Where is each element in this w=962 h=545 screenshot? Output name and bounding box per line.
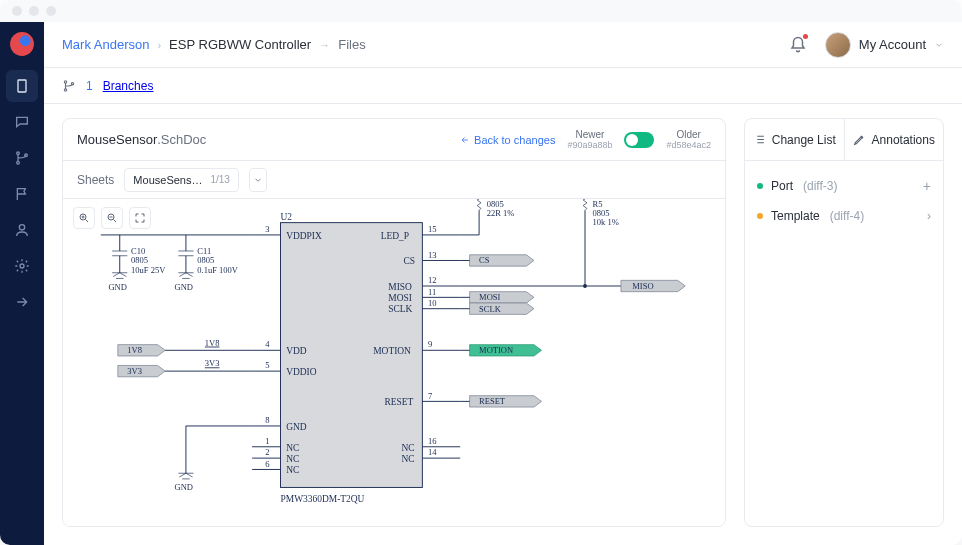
svg-text:GND: GND — [175, 482, 193, 492]
arrow-left-icon — [460, 135, 470, 145]
svg-text:MISO: MISO — [632, 281, 653, 291]
app-logo — [8, 30, 36, 58]
svg-text:MOTION: MOTION — [479, 345, 513, 355]
svg-text:C11: C11 — [197, 246, 211, 256]
svg-text:NC: NC — [402, 454, 415, 464]
account-menu[interactable]: My Account — [825, 32, 944, 58]
tab-change-list[interactable]: Change List — [745, 119, 845, 160]
svg-text:11: 11 — [428, 287, 436, 297]
svg-point-8 — [64, 80, 66, 82]
list-icon — [753, 133, 766, 146]
svg-text:RESET: RESET — [479, 396, 506, 406]
svg-text:1: 1 — [265, 436, 269, 446]
chevron-right-icon: › — [157, 39, 161, 51]
fit-screen-button[interactable] — [129, 207, 151, 229]
status-dot — [757, 213, 763, 219]
svg-text:VDD: VDD — [286, 346, 307, 356]
sidebar-item-users[interactable] — [6, 214, 38, 246]
svg-text:SCLK: SCLK — [479, 304, 502, 314]
zoom-out-button[interactable] — [101, 207, 123, 229]
sidebar-item-comments[interactable] — [6, 106, 38, 138]
notifications-button[interactable] — [789, 36, 807, 54]
branches-bar: 1 Branches — [44, 68, 962, 104]
svg-text:PMW3360DM-T2QU: PMW3360DM-T2QU — [281, 494, 365, 504]
sidebar-item-files[interactable] — [6, 70, 38, 102]
svg-text:MOTION: MOTION — [373, 346, 411, 356]
traffic-close[interactable] — [12, 6, 22, 16]
schematic-canvas[interactable]: .wire{stroke:#1a2b52;stroke-width:1;fill… — [63, 199, 725, 526]
svg-text:NC: NC — [286, 454, 299, 464]
status-dot — [757, 183, 763, 189]
svg-text:NC: NC — [286, 465, 299, 475]
change-item-port[interactable]: Port (diff-3) + — [745, 171, 943, 201]
breadcrumb-section: Files — [338, 37, 365, 52]
breadcrumb: Mark Anderson › ESP RGBWW Controller → F… — [62, 37, 366, 52]
sheets-label: Sheets — [77, 173, 114, 187]
svg-text:C10: C10 — [131, 246, 145, 256]
svg-point-4 — [17, 161, 20, 164]
newer-version: Newer #90a9a88b — [567, 129, 612, 151]
svg-text:GND: GND — [286, 422, 307, 432]
svg-text:15: 15 — [428, 224, 437, 234]
svg-text:3: 3 — [265, 224, 269, 234]
svg-text:NC: NC — [286, 443, 299, 453]
svg-point-110 — [583, 284, 587, 288]
older-version: Older #d58e4ac2 — [666, 129, 711, 151]
branch-count: 1 — [86, 79, 93, 93]
breadcrumb-user[interactable]: Mark Anderson — [62, 37, 149, 52]
sidebar-item-settings[interactable] — [6, 250, 38, 282]
chevron-right-icon[interactable]: › — [927, 209, 931, 223]
svg-text:LED_P: LED_P — [381, 231, 409, 241]
svg-text:10uF 25V: 10uF 25V — [131, 265, 166, 275]
svg-point-1 — [20, 35, 31, 46]
svg-text:RESET: RESET — [385, 397, 414, 407]
svg-text:4: 4 — [265, 339, 270, 349]
pencil-icon — [853, 133, 866, 146]
svg-text:1V8: 1V8 — [127, 345, 142, 355]
svg-point-7 — [20, 264, 24, 268]
svg-text:VDDIO: VDDIO — [286, 367, 317, 377]
svg-text:8: 8 — [265, 415, 269, 425]
sidebar-item-branches[interactable] — [6, 142, 38, 174]
svg-text:SCLK: SCLK — [388, 304, 412, 314]
document-panel: MouseSensor.SchDoc Back to changes Newer… — [62, 118, 726, 527]
nav-sidebar — [0, 22, 44, 545]
arrow-right-icon: → — [319, 39, 330, 51]
traffic-max[interactable] — [46, 6, 56, 16]
svg-text:12: 12 — [428, 275, 437, 285]
changes-panel: Change List Annotations Port (diff-3) + — [744, 118, 944, 527]
version-toggle[interactable] — [624, 132, 654, 148]
zoom-in-button[interactable] — [73, 207, 95, 229]
change-item-template[interactable]: Template (diff-4) › — [745, 201, 943, 231]
sidebar-item-collapse[interactable] — [6, 286, 38, 318]
notification-dot — [803, 34, 808, 39]
svg-text:CS: CS — [479, 255, 490, 265]
back-to-changes-link[interactable]: Back to changes — [460, 134, 555, 146]
sheet-selector[interactable]: MouseSens… 1/13 — [124, 168, 239, 192]
svg-text:13: 13 — [428, 250, 437, 260]
svg-text:0805: 0805 — [131, 255, 148, 265]
svg-text:GND: GND — [175, 282, 193, 292]
svg-text:MOSI: MOSI — [388, 293, 412, 303]
plus-icon[interactable]: + — [923, 178, 931, 194]
svg-text:1V8: 1V8 — [205, 338, 220, 348]
traffic-min[interactable] — [29, 6, 39, 16]
svg-text:0.1uF 100V: 0.1uF 100V — [197, 265, 238, 275]
branches-link[interactable]: Branches — [103, 79, 154, 93]
svg-text:NC: NC — [402, 443, 415, 453]
breadcrumb-project[interactable]: ESP RGBWW Controller — [169, 37, 311, 52]
svg-text:6: 6 — [265, 459, 269, 469]
chevron-down-icon — [934, 40, 944, 50]
tab-annotations[interactable]: Annotations — [845, 119, 944, 160]
svg-rect-2 — [18, 80, 26, 92]
svg-text:7: 7 — [428, 391, 432, 401]
branch-icon — [62, 79, 76, 93]
chevron-down-icon — [253, 175, 263, 185]
sidebar-item-flags[interactable] — [6, 178, 38, 210]
svg-text:5: 5 — [265, 360, 269, 370]
svg-point-6 — [19, 225, 24, 230]
schematic-svg: .wire{stroke:#1a2b52;stroke-width:1;fill… — [63, 199, 725, 521]
account-label: My Account — [859, 37, 926, 52]
sheet-dropdown-button[interactable] — [249, 168, 267, 192]
svg-text:10k 1%: 10k 1% — [593, 217, 619, 227]
